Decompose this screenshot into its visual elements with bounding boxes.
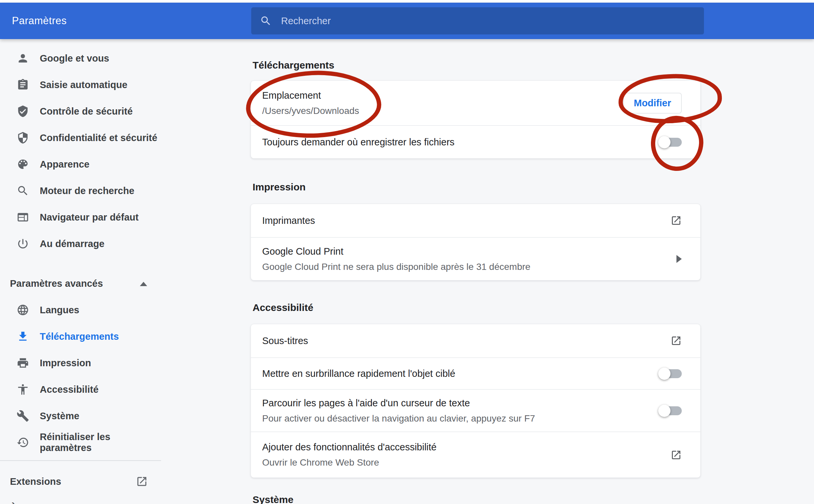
toggle-thumb (658, 368, 671, 380)
search-icon (17, 184, 29, 197)
open-in-new-icon[interactable] (671, 335, 682, 346)
highlight-focus-row: Mettre en surbrillance rapidement l'obje… (251, 358, 700, 390)
sidebar: Google et vous Saisie automatique Contrô… (0, 39, 161, 504)
accessibility-addons-row[interactable]: Ajouter des fonctionnalités d'accessibil… (251, 432, 700, 478)
printer-icon (17, 357, 29, 369)
globe-icon (17, 304, 29, 316)
printers-row[interactable]: Imprimantes (251, 204, 700, 238)
clipboard-icon (17, 78, 29, 91)
settings-search-input[interactable]: Rechercher (251, 7, 704, 34)
addons-label: Ajouter des fonctionnalités d'accessibil… (262, 442, 671, 453)
accessibility-card: Sous-titres Mettre en surbrillance rapid… (251, 324, 701, 478)
location-path: /Users/yves/Downloads (262, 106, 623, 116)
highlight-focus-toggle[interactable] (660, 369, 682, 378)
sidebar-item-privacy[interactable]: Confidentialité et sécurité (0, 125, 161, 151)
sidebar-item-autofill[interactable]: Saisie automatique (0, 72, 161, 98)
captions-row[interactable]: Sous-titres (251, 324, 700, 358)
sidebar-divider (0, 460, 161, 461)
highlight-focus-label: Mettre en surbrillance rapidement l'obje… (262, 368, 660, 379)
open-in-new-icon[interactable] (671, 449, 682, 461)
sidebar-item-startup[interactable]: Au démarrage (0, 230, 161, 257)
shield-check-icon (17, 105, 29, 118)
always-ask-toggle[interactable] (660, 138, 682, 147)
settings-header: Paramètres Rechercher (0, 3, 814, 39)
system-section-title: Système (253, 494, 293, 504)
browser-window-icon (17, 211, 29, 224)
arrow-right-icon (677, 255, 682, 263)
downloads-card: Emplacement /Users/yves/Downloads Modifi… (251, 80, 701, 159)
sidebar-item-google[interactable]: Google et vous (0, 45, 161, 72)
sidebar-item-languages[interactable]: Langues (0, 297, 161, 323)
chrome-settings-page: Paramètres Rechercher Google et vous Sai… (0, 0, 814, 504)
sidebar-item-downloads[interactable]: Téléchargements (0, 323, 161, 350)
open-in-new-icon[interactable] (671, 215, 682, 226)
location-label: Emplacement (262, 90, 623, 101)
text-cursor-subtitle: Pour activer ou désactiver la navigation… (262, 413, 660, 424)
printers-label: Imprimantes (262, 215, 671, 226)
accessibility-icon (17, 383, 29, 396)
palette-icon (17, 158, 29, 171)
modify-button[interactable]: Modifier (623, 93, 682, 114)
person-icon (17, 52, 29, 65)
text-cursor-row: Parcourir les pages à l'aide d'un curseu… (251, 390, 700, 432)
text-cursor-toggle[interactable] (660, 406, 682, 415)
cloud-print-subtitle: Google Cloud Print ne sera plus disponib… (262, 262, 677, 272)
history-restore-icon (17, 436, 29, 449)
sidebar-item-appearance[interactable]: Apparence (0, 151, 161, 177)
toggle-thumb (658, 136, 671, 148)
text-cursor-label: Parcourir les pages à l'aide d'un curseu… (262, 398, 660, 409)
sidebar-item-safety-check[interactable]: Contrôle de sécurité (0, 98, 161, 125)
top-strip (0, 0, 814, 3)
printing-card: Imprimantes Google Cloud Print Google Cl… (251, 204, 701, 280)
search-placeholder: Rechercher (281, 16, 331, 26)
shield-half-icon (17, 131, 29, 144)
chevron-up-icon (140, 282, 147, 286)
cloud-print-row[interactable]: Google Cloud Print Google Cloud Print ne… (251, 238, 700, 280)
sidebar-item-about-chrome[interactable]: À propos de Chrome (0, 495, 161, 504)
open-in-new-icon (136, 476, 148, 487)
sidebar-item-reset[interactable]: Réinitialiser les paramètres (0, 429, 161, 456)
page-title: Paramètres (12, 3, 67, 39)
sidebar-item-accessibility[interactable]: Accessibilité (0, 376, 161, 403)
always-ask-row: Toujours demander où enregistrer les fic… (251, 126, 700, 158)
power-icon (17, 237, 29, 250)
wrench-icon (17, 410, 29, 422)
captions-label: Sous-titres (262, 335, 671, 346)
advanced-settings-toggle[interactable]: Paramètres avancés (0, 270, 161, 297)
addons-subtitle: Ouvrir le Chrome Web Store (262, 457, 671, 468)
sidebar-item-printing[interactable]: Impression (0, 350, 161, 376)
always-ask-label: Toujours demander où enregistrer les fic… (262, 137, 660, 148)
accessibility-section-title: Accessibilité (253, 302, 313, 313)
search-icon (260, 15, 272, 27)
printing-section-title: Impression (253, 181, 306, 193)
toggle-thumb (658, 405, 671, 417)
cloud-print-label: Google Cloud Print (262, 246, 677, 257)
downloads-section-title: Téléchargements (253, 60, 334, 71)
sidebar-item-default-browser[interactable]: Navigateur par défaut (0, 204, 161, 230)
download-icon (17, 330, 29, 343)
download-location-row: Emplacement /Users/yves/Downloads Modifi… (251, 81, 700, 126)
sidebar-item-system[interactable]: Système (0, 403, 161, 429)
sidebar-item-search-engine[interactable]: Moteur de recherche (0, 177, 161, 204)
sidebar-item-extensions[interactable]: Extensions (0, 468, 161, 495)
